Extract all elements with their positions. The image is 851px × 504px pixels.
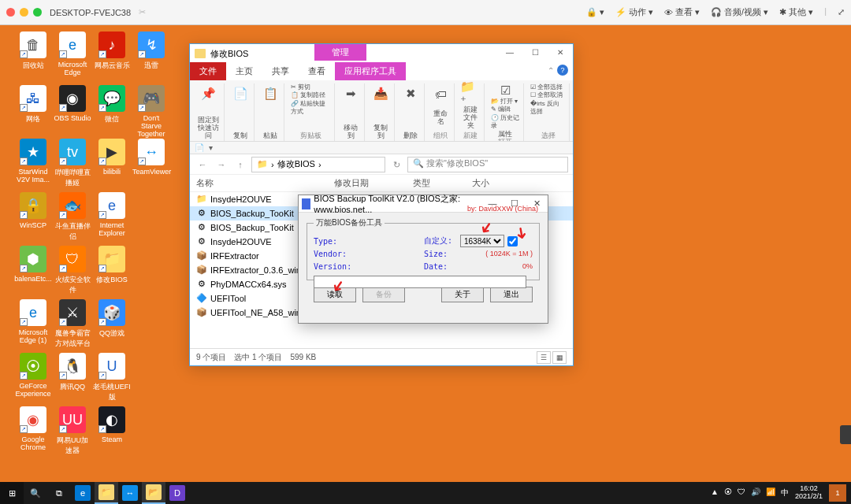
desktop-icon[interactable]: 💬↗微信 (93, 85, 131, 124)
ribbon-collapse-icon[interactable]: ⌃ (548, 66, 554, 75)
refresh-icon[interactable]: ↻ (388, 157, 404, 172)
custom-size-select[interactable]: 16384K (460, 235, 504, 247)
taskbar-app[interactable]: D (165, 482, 189, 504)
desktop-icon[interactable]: e↗Internet Explorer (93, 192, 131, 237)
desktop-icon[interactable]: e↗Microsoft Edge (1) (14, 299, 52, 344)
ribbon-group[interactable]: 📋粘贴 (258, 83, 284, 141)
desktop-icon[interactable]: tv↗哔哩哔哩直播姬 (54, 139, 91, 188)
tray-icon[interactable]: 中 (781, 487, 789, 498)
tray-icon[interactable]: 🛡 (738, 487, 745, 498)
view-details-icon[interactable]: ☰ (537, 351, 551, 364)
desktop-icon[interactable]: ◐↗Steam (93, 406, 131, 443)
date-label: Date: (424, 262, 460, 271)
desktop-icon[interactable]: 🛡↗火绒安全软件 (54, 246, 91, 295)
desktop-icon[interactable]: 🐟↗斗鱼直播伴侣 (54, 192, 91, 242)
desktop-icon[interactable]: ♪↗网易云音乐 (93, 32, 131, 71)
minimize-button[interactable]: — (497, 44, 522, 61)
desktop-icon[interactable]: ⚔↗魔兽争霸官方对战平台 (54, 299, 91, 349)
bios-fieldset: 万能BIOS备份工具 Type: 自定义: 16384K Vendor: Siz… (307, 217, 540, 280)
remote-expand-icon[interactable]: ⤢ (838, 6, 845, 18)
tab-view[interactable]: 查看 (299, 62, 335, 80)
tray-icon[interactable]: ⦿ (724, 487, 732, 498)
about-button[interactable]: 关于 (441, 287, 484, 302)
search-input[interactable]: 🔍 搜索"修改BIOS" (407, 157, 568, 172)
desktop-icon[interactable]: ↔↗TeamViewer (132, 139, 170, 176)
close-button[interactable]: ✕ (548, 44, 573, 61)
custom-checkbox[interactable] (507, 236, 518, 246)
maximize-button[interactable]: ☐ (522, 44, 548, 61)
traffic-lights[interactable] (6, 8, 42, 17)
tab-home[interactable]: 主页 (226, 62, 262, 80)
list-header[interactable]: 名称 修改日期 类型 大小 (190, 175, 573, 192)
tray-icon[interactable]: 📶 (766, 487, 775, 498)
ribbon-group[interactable]: ☑ 全部选择☐ 全部取消�irts 反向选择选择 (527, 83, 570, 141)
taskbar[interactable]: ⊞🔍⧉e📁↔📂D ▲⦿🛡🔊📶中 16:022021/2/1 1 (0, 482, 851, 504)
remote-menu-av[interactable]: 🎧 音频/视频 ▾ (711, 6, 768, 18)
desktop-icon[interactable]: ◉↗OBS Studio (54, 85, 91, 122)
desktop-icon[interactable]: e↗Microsoft Edge (54, 32, 91, 76)
view-icons-icon[interactable]: ▦ (552, 351, 567, 364)
desktop-icon[interactable]: 🖧↗网络 (14, 85, 52, 124)
desktop-icon[interactable]: UU↗网易UU加速器 (54, 406, 91, 456)
exit-button[interactable]: 退出 (490, 287, 533, 302)
ribbon-group[interactable]: 🏷重命名组织 (428, 83, 455, 141)
help-icon[interactable]: ? (557, 65, 568, 76)
selected-count: 选中 1 个项目 (234, 352, 282, 363)
remote-menu-actions[interactable]: ⚡ 动作 ▾ (615, 6, 653, 18)
notification-badge[interactable]: 1 (829, 484, 846, 502)
taskbar-taskview[interactable]: ⧉ (47, 482, 71, 504)
ribbon-group[interactable]: 📄复制 (228, 83, 255, 141)
breadcrumb-bar: ← → ↑ 📁› 修改BIOS › ↻ 🔍 搜索"修改BIOS" (190, 154, 573, 175)
bios-path-input[interactable] (314, 276, 526, 288)
ribbon-group[interactable]: 📌固定到快速访问 (193, 83, 225, 141)
taskbar-search[interactable]: 🔍 (24, 482, 47, 504)
desktop-icon[interactable]: ▶↗bilibili (93, 139, 131, 176)
taskbar-teamviewer[interactable]: ↔ (118, 482, 142, 504)
tray-icon[interactable]: 🔊 (751, 487, 760, 498)
backup-button[interactable]: 备份 (362, 287, 405, 302)
nav-fwd-button[interactable]: → (214, 157, 229, 172)
nav-back-icon[interactable]: 📄 (195, 143, 204, 152)
taskbar-explorer[interactable]: 📁 (95, 482, 118, 504)
desktop-icon[interactable]: ⦿↗GeForce Experience (14, 353, 52, 398)
nav-back-button[interactable]: ← (195, 157, 210, 172)
desktop-icon[interactable]: 🎲↗QQ游戏 (93, 299, 131, 339)
desktop-icon[interactable]: 🔒↗WinSCP (14, 192, 52, 229)
desktop-icon[interactable]: 🎮↗Don't Starve Together (132, 85, 170, 138)
explorer-titlebar[interactable]: 修改BIOS 管理 — ☐ ✕ (190, 44, 573, 63)
nav-up-button[interactable]: ↑ (232, 157, 248, 172)
tab-share[interactable]: 共享 (262, 62, 299, 80)
taskbar-folder[interactable]: 📂 (142, 482, 165, 504)
tab-apptools[interactable]: 应用程序工具 (335, 62, 406, 80)
tab-file[interactable]: 文件 (190, 62, 226, 80)
system-tray[interactable]: ▲⦿🛡🔊📶中 16:022021/2/1 1 (711, 484, 851, 502)
address-bar[interactable]: 📁› 修改BIOS › (251, 157, 385, 172)
desktop-icon[interactable]: U↗老毛桃UEFI版 (93, 353, 131, 402)
remote-hostname: DESKTOP-FVEJC38 (50, 8, 131, 17)
ribbon-group[interactable]: 📥复制到 (368, 83, 395, 141)
ribbon-group[interactable]: ☑📂 打开 ▾✎ 编辑🕐 历史记录属性打开 (488, 83, 525, 141)
remote-menu-view[interactable]: 👁 查看 ▾ (664, 6, 700, 18)
desktop-icon[interactable]: ◉↗Google Chrome (14, 406, 52, 451)
bios-backup-dialog: BIOS Backup ToolKit V2.0 (BIOS之家: www.bi… (298, 195, 548, 324)
desktop-icon[interactable]: 📁↗修改BIOS (93, 246, 131, 285)
desktop-icon[interactable]: 🗑↗回收站 (14, 32, 52, 71)
desktop-icon[interactable]: 🐧↗腾讯QQ (54, 353, 91, 392)
clock[interactable]: 16:022021/2/1 (795, 485, 823, 501)
desktop-icon[interactable]: ↯↗迅雷 (132, 32, 170, 71)
tray-icon[interactable]: ▲ (711, 487, 719, 498)
ribbon-group[interactable]: ✖删除 (398, 83, 425, 141)
ribbon-group[interactable]: ➡移动到 (338, 83, 365, 141)
taskbar-edge[interactable]: e (71, 482, 95, 504)
desktop-icon[interactable]: ★↗StarWind V2V Ima... (14, 139, 52, 183)
side-handle[interactable] (840, 425, 851, 444)
ribbon-group[interactable]: ✂ 剪切📋 复制路径🔗 粘贴快捷方式剪贴板 (288, 83, 335, 141)
taskbar-start[interactable]: ⊞ (0, 482, 24, 504)
remote-menu-other[interactable]: ✱ 其他 ▾ (779, 6, 813, 18)
ribbon-group[interactable]: 📁⁺新建文件夹新建 (458, 83, 485, 141)
remote-menu-lock[interactable]: 🔒 ▾ (586, 6, 604, 18)
read-button[interactable]: 读取 (314, 287, 356, 302)
desktop-icon[interactable]: ⬢↗balenaEtc... (14, 246, 52, 283)
explorer-tabs: 文件 主页 共享 查看 应用程序工具 ? ⌃ (190, 63, 573, 80)
management-tab[interactable]: 管理 (314, 44, 366, 61)
